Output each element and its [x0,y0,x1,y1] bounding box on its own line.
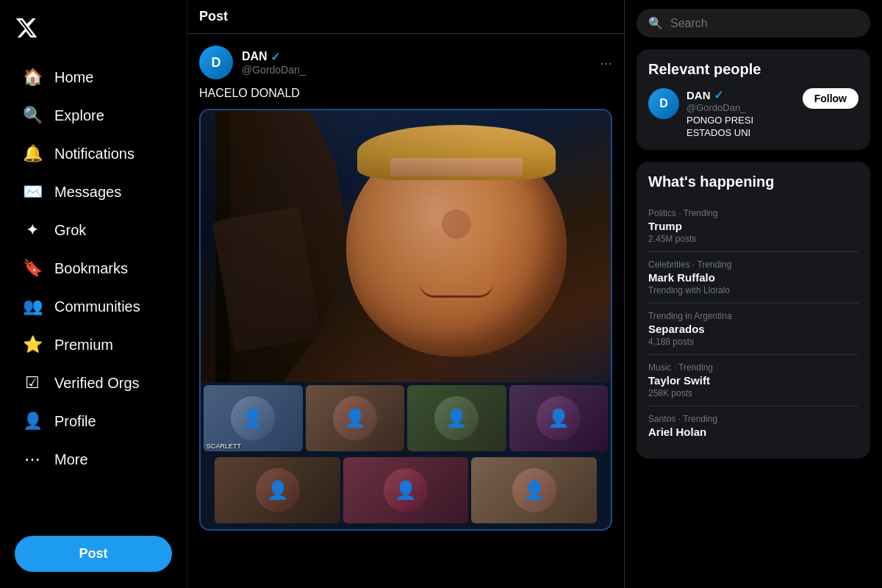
sidebar-item-label: More [54,451,88,468]
person-card: D DAN ✓ @GordoDan_ PONGO PRESI ESTADOS U… [648,88,858,138]
post-button[interactable]: Post [15,536,172,572]
main-image [201,110,611,382]
trump-smile [420,283,493,298]
person-info: DAN ✓ @GordoDan_ PONGO PRESI ESTADOS UNI [686,88,795,138]
trend-name: Ariel Holan [648,426,858,438]
thumb-label-1: SCARLETT [207,442,241,450]
trump-forehead [390,158,523,176]
sidebar-item-explore[interactable]: 🔍 Explore [7,97,179,134]
thumbnail-1[interactable]: 👤 SCARLETT [204,385,303,451]
verified-orgs-icon: ☑ [22,373,43,392]
sidebar-item-communities[interactable]: 👥 Communities [7,288,179,325]
trend-posts: 2.45M posts [648,234,858,244]
thumb-person-2: 👤 [306,385,405,451]
home-icon: 🏠 [22,68,43,87]
search-icon: 🔍 [648,16,663,30]
whats-happening-title: What's happening [648,173,858,190]
sidebar-item-messages[interactable]: ✉️ Messages [7,173,179,210]
trend-category: Music · Trending [648,362,858,373]
communities-icon: 👥 [22,297,43,316]
notifications-icon: 🔔 [22,144,43,163]
tweet-author-row: D DAN ✓ @GordoDan_ ··· [199,46,612,79]
trend-category: Celebrities · Trending [648,259,858,270]
person-handle: @GordoDan_ [686,102,795,113]
thumb-person-1: 👤 [204,385,303,451]
trump-face [346,136,567,356]
sidebar-item-verified-orgs[interactable]: ☑ Verified Orgs [7,365,179,401]
thumbnail-7[interactable]: 👤 [471,457,597,523]
author-handle: @GordoDan_ [242,64,600,76]
person-avatar: D [648,88,679,119]
trump-nose [442,209,471,239]
trend-name: Separados [648,323,858,335]
sidebar-item-notifications[interactable]: 🔔 Notifications [7,135,179,172]
person-name: DAN ✓ [686,88,795,102]
author-name: DAN ✓ [242,50,600,64]
thumbnails-row-2: 👤 👤 👤 [201,454,611,529]
sidebar-item-more[interactable]: ⋯ More [7,441,179,478]
trend-item-ruffalo[interactable]: Celebrities · Trending Mark Ruffalo Tren… [648,252,858,304]
post-container: D DAN ✓ @GordoDan_ ··· HACELO DONALD [187,34,624,542]
trend-posts: 258K posts [648,388,858,398]
sidebar-item-label: Grok [54,222,86,239]
relevant-people-section: Relevant people D DAN ✓ @GordoDan_ PONGO… [637,49,870,150]
more-options-icon[interactable]: ··· [600,54,612,71]
thumbnail-4[interactable]: 👤 [509,385,609,451]
sidebar-item-premium[interactable]: ⭐ Premium [7,326,179,363]
thumb-person-4: 👤 [509,385,609,451]
explore-icon: 🔍 [22,106,43,125]
thumbnail-2[interactable]: 👤 [306,385,405,451]
person-bio-line2: ESTADOS UNI [686,127,795,138]
sidebar-item-label: Home [54,69,93,86]
trend-item-holan[interactable]: Santos · Trending Ariel Holan [648,406,858,447]
person-verified-badge: ✓ [714,88,723,102]
app-logo[interactable] [0,7,187,51]
messages-icon: ✉️ [22,182,43,201]
sidebar-item-home[interactable]: 🏠 Home [7,59,179,96]
thumb-person-3: 👤 [407,385,506,451]
grok-icon: ✦ [22,220,43,240]
media-container: 👤 SCARLETT 👤 👤 👤 [199,109,612,531]
follow-button[interactable]: Follow [803,88,858,109]
trend-name: Taylor Swift [648,374,858,387]
trend-category: Politics · Trending [648,208,858,218]
trend-with: Trending with Lloralo [648,285,858,295]
thumbnails-row-1: 👤 SCARLETT 👤 👤 👤 [201,382,611,454]
thumbnail-6[interactable]: 👤 [343,457,469,523]
author-info: DAN ✓ @GordoDan_ [242,50,600,76]
page-title: Post [187,0,624,34]
sidebar-item-label: Premium [54,337,113,354]
trend-name: Mark Ruffalo [648,271,858,284]
sidebar-item-label: Profile [54,413,96,430]
sidebar-item-label: Explore [54,107,104,124]
sidebar-item-label: Notifications [54,146,135,162]
thumbnail-5[interactable]: 👤 [215,457,340,523]
sidebar-item-grok[interactable]: ✦ Grok [7,212,179,248]
trend-category: Trending in Argentina [648,311,858,321]
sidebar-item-bookmarks[interactable]: 🔖 Bookmarks [7,250,179,287]
trend-item-swift[interactable]: Music · Trending Taylor Swift 258K posts [648,355,858,406]
avatar: D [199,46,233,79]
search-bar[interactable]: 🔍 Search [637,9,870,37]
thumbnail-3[interactable]: 👤 [407,385,506,451]
tweet-text: HACELO DONALD [199,87,612,100]
trend-category: Santos · Trending [648,414,858,424]
right-sidebar: 🔍 Search Relevant people D DAN ✓ @GordoD… [625,0,882,588]
sidebar-item-label: Bookmarks [54,260,128,277]
trend-item-trump[interactable]: Politics · Trending Trump 2.45M posts [648,201,858,252]
sidebar-item-label: Verified Orgs [54,375,140,392]
sidebar-item-label: Messages [54,184,121,201]
search-placeholder: Search [670,17,708,30]
trend-item-separados[interactable]: Trending in Argentina Separados 4,188 po… [648,304,858,355]
verified-badge: ✓ [270,50,280,64]
main-content: Post D DAN ✓ @GordoDan_ ··· HACELO DONAL… [187,0,625,588]
whats-happening-section: What's happening Politics · Trending Tru… [637,162,870,459]
premium-icon: ⭐ [22,335,43,354]
trend-name: Trump [648,220,858,232]
nav-menu: 🏠 Home 🔍 Explore 🔔 Notifications ✉️ Mess… [0,57,187,527]
sidebar-item-label: Communities [54,298,140,315]
sidebar-item-profile[interactable]: 👤 Profile [7,403,179,440]
more-icon: ⋯ [22,450,43,469]
relevant-people-title: Relevant people [648,61,858,78]
bookmarks-icon: 🔖 [22,259,43,278]
